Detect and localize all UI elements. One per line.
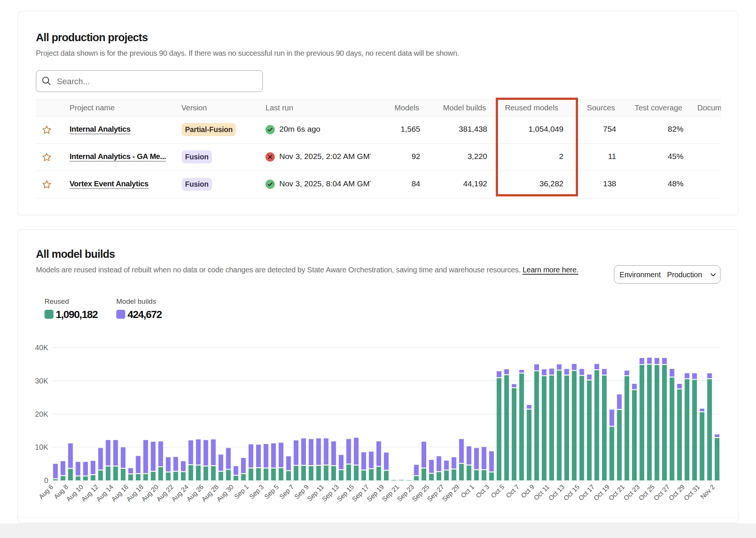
svg-text:Oct 19: Oct 19 — [592, 483, 611, 502]
svg-text:Sep 5: Sep 5 — [263, 483, 280, 500]
svg-text:Nov 2: Nov 2 — [699, 483, 716, 500]
svg-text:Sep 3: Sep 3 — [248, 483, 265, 500]
svg-text:Oct 23: Oct 23 — [622, 483, 641, 502]
svg-text:Oct 5: Oct 5 — [489, 483, 506, 499]
svg-text:Sep 7: Sep 7 — [278, 483, 295, 500]
svg-text:Oct 21: Oct 21 — [607, 483, 626, 502]
svg-text:Oct 27: Oct 27 — [652, 483, 672, 502]
svg-text:Sep 1: Sep 1 — [233, 483, 250, 500]
svg-text:Oct 15: Oct 15 — [562, 483, 581, 502]
svg-text:Oct 1: Oct 1 — [460, 483, 476, 499]
svg-text:40K: 40K — [35, 343, 48, 352]
svg-text:20K: 20K — [35, 410, 48, 418]
svg-text:Sep 29: Sep 29 — [441, 483, 461, 503]
svg-text:Oct 25: Oct 25 — [637, 483, 656, 502]
svg-text:Oct 31: Oct 31 — [682, 483, 701, 502]
svg-text:Aug 30: Aug 30 — [215, 483, 235, 503]
svg-text:Oct 7: Oct 7 — [504, 483, 521, 499]
svg-text:Oct 11: Oct 11 — [532, 483, 551, 502]
svg-text:0: 0 — [44, 476, 48, 484]
svg-text:Aug 6: Aug 6 — [37, 483, 55, 500]
svg-text:Oct 13: Oct 13 — [547, 483, 566, 502]
svg-text:30K: 30K — [35, 377, 48, 385]
svg-text:Oct 17: Oct 17 — [577, 483, 596, 502]
svg-text:10K: 10K — [35, 443, 48, 451]
svg-text:Oct 29: Oct 29 — [667, 483, 686, 502]
svg-text:Oct 3: Oct 3 — [474, 483, 491, 499]
